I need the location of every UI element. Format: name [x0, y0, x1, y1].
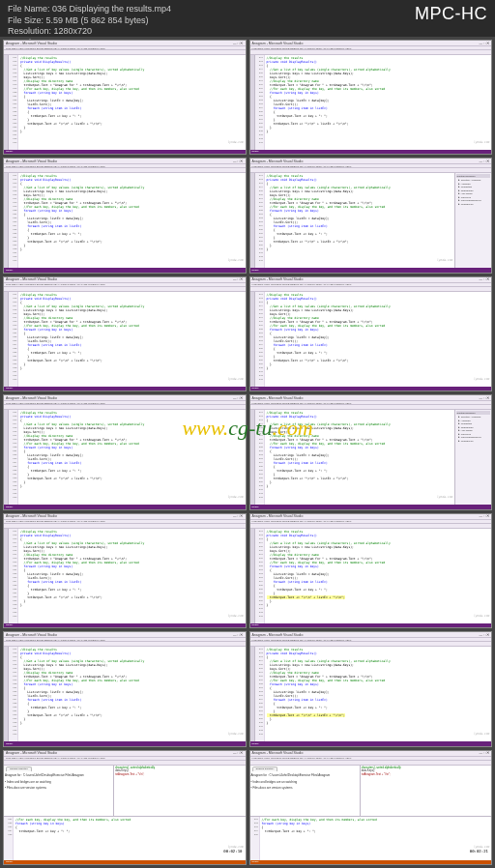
line-gutter: 2112122132142152162172182192202212222232… [255, 647, 265, 741]
vs-statusbar: Ready [250, 741, 492, 746]
code-peek-pane: characters), sorted alphabeticallydata.K… [113, 766, 245, 817]
solution-explorer: Solution Explorer▸ Solution 'Anagram'▸ A… [454, 410, 491, 505]
code-editor-bottom: //For each key, display the key, and the… [14, 817, 246, 859]
line-gutter: 2112122132142152162172182192202212222232… [9, 292, 18, 387]
vs-statusbar-debug: Ready [250, 860, 492, 865]
vs-body: 2112122132142152162172182192202212222232… [250, 173, 492, 268]
vs-statusbar: Ready [4, 387, 246, 391]
line-gutter: 2112122132142152162172182192202212222232… [9, 647, 18, 741]
vs-statusbar: Ready [250, 505, 492, 509]
lynda-watermark: lynda.com [437, 495, 452, 499]
thumbnail-vs[interactable]: Anagram - Microsoft Visual Studio— □ ✕FI… [3, 394, 247, 509]
solution-explorer: Solution Explorer▸ Solution 'Anagram'▸ A… [454, 173, 491, 268]
vs-body: 2112122132142152162172182192202212222232… [250, 55, 492, 150]
line-gutter: 2112122132142152162172182192202212222232… [9, 173, 18, 268]
line-gutter: 2112122132142152162172182192202212222232… [255, 173, 265, 268]
code-editor: //Display the resultsprivate void Displa… [265, 55, 492, 150]
thumbnail-vs[interactable]: Anagram - Microsoft Visual Studio— □ ✕FI… [249, 394, 493, 509]
code-editor: //Display the resultsprivate void Displa… [18, 292, 246, 387]
vs-statusbar: Ready [250, 150, 492, 155]
line-gutter: 2112122132142152162172182192202212222232… [9, 55, 18, 150]
vs-statusbar: Ready [4, 505, 246, 509]
thumbnail-runtime[interactable]: Anagram - Microsoft Visual Studio— □ ✕FI… [3, 750, 247, 865]
lynda-watermark: lynda.com [474, 377, 489, 381]
line-gutter: 2112122132142152162172182192202212222232… [9, 529, 18, 623]
code-editor: //Display the resultsprivate void Displa… [265, 410, 455, 505]
vs-statusbar: Ready [250, 623, 492, 628]
vs-statusbar: Ready [250, 268, 492, 273]
vs-body: 2112122132142152162172182192202212222232… [4, 55, 246, 150]
vs-statusbar: Ready [4, 623, 246, 628]
runtime-body: Choose directoryAnagram for : C:\users\J… [4, 766, 246, 860]
lynda-watermark: lynda.com [474, 140, 489, 144]
vs-statusbar: Ready [4, 150, 246, 155]
lynda-watermark: lynda.com [227, 140, 243, 144]
thumbnail-runtime[interactable]: Anagram - Microsoft Visual Studio— □ ✕FI… [249, 750, 493, 865]
choose-directory-button[interactable]: Choose directory [6, 767, 32, 771]
lynda-watermark: lynda.com [227, 614, 243, 618]
thumbnail-vs[interactable]: Anagram - Microsoft Visual Studio— □ ✕FI… [249, 158, 493, 273]
vs-statusbar: Ready [4, 268, 246, 273]
line-gutter: 2112122132142152162172182192202212222232… [9, 410, 18, 505]
code-editor: //Display the resultsprivate void Displa… [265, 529, 492, 623]
timestamp-overlay: 00:02:10 [222, 850, 243, 854]
thumbnail-vs[interactable]: Anagram - Microsoft Visual Studio— □ ✕FI… [3, 276, 247, 391]
line-gutter: 2112122132142152162172182192202212222232… [255, 55, 265, 150]
code-editor: //Display the resultsprivate void Displa… [18, 173, 246, 268]
app-output-window: Choose directoryAnagram for : C:\users\J… [250, 766, 360, 817]
choose-directory-button[interactable]: Choose directory [252, 767, 278, 771]
app-name: MPC-HC [415, 4, 487, 24]
lynda-watermark: lynda.com [227, 377, 243, 381]
filesize-label: File Size: [8, 15, 44, 25]
thumbnail-vs[interactable]: Anagram - Microsoft Visual Studio— □ ✕FI… [249, 276, 493, 391]
code-editor-bottom: //For each key, display the key, and the… [260, 817, 492, 859]
thumbnail-grid: Anagram - Microsoft Visual Studio— □ ✕FI… [0, 37, 495, 868]
code-editor: //Display the resultsprivate void Displa… [18, 55, 246, 150]
vs-body: 2112122132142152162172182192202212222232… [250, 647, 492, 741]
thumbnail-vs[interactable]: Anagram - Microsoft Visual Studio— □ ✕FI… [3, 40, 247, 155]
thumbnail-vs[interactable]: Anagram - Microsoft Visual Studio— □ ✕FI… [249, 513, 493, 628]
code-editor: //Display the resultsprivate void Displa… [18, 529, 246, 623]
vs-body: 2112122132142152162172182192202212222232… [4, 529, 246, 623]
vs-body: 2112122132142152162172182192202212222232… [250, 529, 492, 623]
code-editor: //Display the resultsprivate void Displa… [18, 647, 246, 741]
filename-value: 036 Displaying the results.mp4 [52, 4, 171, 14]
vs-body: 2112122132142152162172182192202212222232… [4, 647, 246, 741]
code-editor: //Display the resultsprivate void Displa… [265, 292, 492, 387]
line-gutter: 2112122132142152162172182192202212222232… [255, 529, 265, 623]
line-gutter: 2112122132142152162172182192202212222232… [255, 292, 265, 387]
line-gutter: 2112122132142152162172182192202212222232… [255, 410, 265, 505]
vs-statusbar: Ready [4, 741, 246, 746]
code-editor: //Display the resultsprivate void Displa… [18, 410, 246, 505]
filename-label: File Name: [8, 4, 50, 14]
info-header: File Name: 036 Displaying the results.mp… [0, 0, 495, 37]
vs-body: 2112122132142152162172182192202212222232… [4, 292, 246, 387]
resolution-value: 1280x720 [54, 26, 93, 36]
timestamp-overlay: 00:02:21 [469, 850, 489, 854]
app-output-window: Choose directoryAnagram for : C:\users\J… [4, 766, 113, 817]
code-peek-pane: characters), sorted alphabeticallydata.K… [360, 766, 491, 817]
thumbnail-vs[interactable]: Anagram - Microsoft Visual Studio— □ ✕FI… [3, 631, 247, 746]
vs-body: 2112122132142152162172182192202212222232… [4, 173, 246, 268]
vs-statusbar-debug: Ready [4, 860, 246, 865]
lynda-watermark: lynda.com [437, 258, 452, 262]
thumbnail-vs[interactable]: Anagram - Microsoft Visual Studio— □ ✕FI… [3, 513, 247, 628]
lynda-watermark: lynda.com [227, 495, 243, 499]
thumbnail-vs[interactable]: Anagram - Microsoft Visual Studio— □ ✕FI… [249, 40, 493, 155]
thumbnail-vs[interactable]: Anagram - Microsoft Visual Studio— □ ✕FI… [249, 631, 493, 746]
vs-statusbar: Ready [250, 387, 492, 391]
runtime-body: Choose directoryAnagram for : C:\users\J… [250, 766, 492, 860]
lynda-watermark: lynda.com [474, 614, 489, 618]
filesize-value: 5.59 MB (5 862 854 bytes) [46, 15, 149, 25]
thumbnail-vs[interactable]: Anagram - Microsoft Visual Studio— □ ✕FI… [3, 158, 247, 273]
code-editor: //Display the resultsprivate void Displa… [265, 647, 492, 741]
vs-body: 2112122132142152162172182192202212222232… [250, 410, 492, 505]
lynda-watermark: lynda.com [227, 258, 243, 262]
lynda-watermark: lynda.com [474, 732, 489, 736]
vs-body: 2112122132142152162172182192202212222232… [250, 292, 492, 387]
code-editor: //Display the resultsprivate void Displa… [265, 173, 455, 268]
resolution-label: Resolution: [8, 26, 51, 36]
vs-body: 2112122132142152162172182192202212222232… [4, 410, 246, 505]
lynda-watermark: lynda.com [227, 732, 243, 736]
